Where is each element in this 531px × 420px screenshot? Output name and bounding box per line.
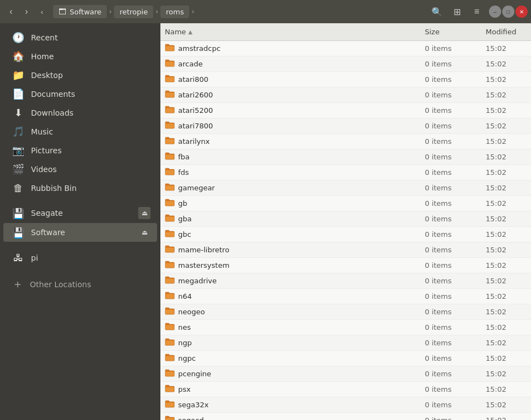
table-row[interactable]: gb 0 items 15:02 bbox=[160, 196, 531, 211]
close-button[interactable]: ✕ bbox=[516, 6, 528, 18]
file-name-cell: gamegear bbox=[160, 183, 420, 194]
file-size-cell: 0 items bbox=[420, 215, 481, 223]
table-row[interactable]: fds 0 items 15:02 bbox=[160, 165, 531, 180]
table-row[interactable]: pcengine 0 items 15:02 bbox=[160, 366, 531, 382]
home-icon: 🏠 bbox=[12, 50, 24, 62]
table-row[interactable]: n64 0 items 15:02 bbox=[160, 289, 531, 304]
sidebar-item-rubbish[interactable]: 🗑 Rubbish Bin bbox=[3, 179, 157, 197]
file-name-label: n64 bbox=[178, 292, 192, 300]
file-header: Name ▲ Size Modified bbox=[160, 23, 531, 41]
menu-button[interactable]: ≡ bbox=[468, 3, 486, 20]
sidebar-item-desktop[interactable]: 📁 Desktop bbox=[3, 66, 157, 84]
maximize-button[interactable]: □ bbox=[502, 6, 514, 18]
sidebar-item-documents[interactable]: 📄 Documents bbox=[3, 85, 157, 103]
forward-button[interactable]: › bbox=[19, 4, 34, 19]
table-row[interactable]: segacd 0 items 15:02 bbox=[160, 413, 531, 420]
breadcrumb-retropie-label: retropie bbox=[119, 8, 148, 16]
breadcrumb-retropie[interactable]: retropie bbox=[114, 6, 153, 18]
table-row[interactable]: gbc 0 items 15:02 bbox=[160, 227, 531, 242]
sidebar-label-downloads: Downloads bbox=[31, 108, 150, 117]
file-modified-cell: 15:02 bbox=[481, 168, 531, 177]
table-row[interactable]: sega32x 0 items 15:02 bbox=[160, 397, 531, 413]
file-size-cell: 0 items bbox=[420, 323, 481, 331]
breadcrumb-roms[interactable]: roms bbox=[160, 6, 189, 18]
sidebar-item-home[interactable]: 🏠 Home bbox=[3, 47, 157, 65]
software-drive-icon: 💾 bbox=[12, 227, 24, 238]
table-row[interactable]: arcade 0 items 15:02 bbox=[160, 56, 531, 72]
table-row[interactable]: atari5200 0 items 15:02 bbox=[160, 103, 531, 118]
table-row[interactable]: neogeo 0 items 15:02 bbox=[160, 304, 531, 320]
table-row[interactable]: atarilynx 0 items 15:02 bbox=[160, 134, 531, 149]
search-button[interactable]: 🔍 bbox=[428, 3, 446, 20]
view-toggle-button[interactable]: ⊞ bbox=[448, 3, 466, 20]
file-name-cell: neogeo bbox=[160, 307, 420, 318]
file-name-label: ngpc bbox=[178, 354, 196, 362]
file-name-label: gb bbox=[178, 199, 188, 208]
table-row[interactable]: psx 0 items 15:02 bbox=[160, 382, 531, 397]
file-name-cell: atari7800 bbox=[160, 121, 420, 132]
table-row[interactable]: gba 0 items 15:02 bbox=[160, 211, 531, 227]
file-list: amstradcpc 0 items 15:02 arcade 0 items … bbox=[160, 41, 531, 420]
folder-icon bbox=[165, 260, 175, 271]
sidebar-item-music[interactable]: 🎵 Music bbox=[3, 122, 157, 141]
folder-icon bbox=[165, 384, 175, 395]
folder-icon bbox=[165, 276, 175, 287]
table-row[interactable]: mame-libretro 0 items 15:02 bbox=[160, 242, 531, 258]
file-name-label: atari2600 bbox=[178, 91, 213, 99]
sidebar-item-pictures[interactable]: 📷 Pictures bbox=[3, 141, 157, 159]
table-row[interactable]: atari2600 0 items 15:02 bbox=[160, 87, 531, 103]
file-name-label: atarilynx bbox=[178, 137, 210, 146]
software-eject-button[interactable]: ⏏ bbox=[138, 226, 150, 238]
sidebar: 🕐 Recent 🏠 Home 📁 Desktop 📄 Documents ⬇ … bbox=[0, 23, 160, 420]
sidebar-label-pictures: Pictures bbox=[31, 146, 150, 155]
sidebar-item-downloads[interactable]: ⬇ Downloads bbox=[3, 103, 157, 122]
sidebar-label-pi: pi bbox=[31, 253, 150, 262]
file-modified-cell: 15:02 bbox=[481, 199, 531, 208]
breadcrumb-software[interactable]: 🗔 Software bbox=[53, 5, 107, 18]
sidebar-item-software[interactable]: 💾 Software ⏏ bbox=[3, 223, 157, 242]
file-modified-cell: 15:02 bbox=[481, 354, 531, 362]
sidebar-label-videos: Videos bbox=[31, 165, 150, 174]
file-modified-cell: 15:02 bbox=[481, 184, 531, 192]
folder-icon bbox=[165, 105, 175, 116]
sidebar-label-documents: Documents bbox=[31, 90, 150, 98]
file-modified-cell: 15:02 bbox=[481, 246, 531, 254]
window-controls: – □ ✕ bbox=[489, 6, 528, 18]
sidebar-item-seagate[interactable]: 💾 Seagate ⏏ bbox=[3, 204, 157, 222]
file-modified-cell: 15:02 bbox=[481, 401, 531, 409]
folder-icon bbox=[165, 121, 175, 132]
table-row[interactable]: atari800 0 items 15:02 bbox=[160, 72, 531, 87]
table-row[interactable]: ngpc 0 items 15:02 bbox=[160, 351, 531, 366]
column-modified-header[interactable]: Modified bbox=[481, 28, 531, 36]
back-button[interactable]: ‹ bbox=[3, 4, 19, 19]
rubbish-icon: 🗑 bbox=[12, 182, 24, 194]
file-name-cell: ngpc bbox=[160, 353, 420, 364]
desktop-icon: 📁 bbox=[12, 69, 24, 81]
sidebar-item-recent[interactable]: 🕐 Recent bbox=[3, 28, 157, 46]
sidebar-item-other-locations[interactable]: ＋ Other Locations bbox=[3, 273, 157, 295]
file-modified-cell: 15:02 bbox=[481, 44, 531, 53]
file-modified-cell: 15:02 bbox=[481, 308, 531, 316]
sidebar-item-videos[interactable]: 🎬 Videos bbox=[3, 160, 157, 178]
sidebar-item-pi[interactable]: 🖧 pi bbox=[3, 248, 157, 267]
seagate-eject-button[interactable]: ⏏ bbox=[138, 207, 150, 219]
table-row[interactable]: ngp 0 items 15:02 bbox=[160, 335, 531, 351]
table-row[interactable]: amstradcpc 0 items 15:02 bbox=[160, 41, 531, 56]
file-modified-cell: 15:02 bbox=[481, 292, 531, 300]
table-row[interactable]: atari7800 0 items 15:02 bbox=[160, 118, 531, 134]
column-name-header[interactable]: Name ▲ bbox=[160, 28, 420, 36]
file-size-cell: 0 items bbox=[420, 246, 481, 254]
table-row[interactable]: gamegear 0 items 15:02 bbox=[160, 180, 531, 196]
file-name-label: psx bbox=[178, 385, 191, 393]
table-row[interactable]: megadrive 0 items 15:02 bbox=[160, 273, 531, 289]
file-size-cell: 0 items bbox=[420, 60, 481, 68]
folder-icon bbox=[165, 307, 175, 318]
table-row[interactable]: nes 0 items 15:02 bbox=[160, 320, 531, 335]
table-row[interactable]: mastersystem 0 items 15:02 bbox=[160, 258, 531, 273]
up-button[interactable]: ‹ bbox=[34, 4, 50, 19]
minimize-button[interactable]: – bbox=[489, 6, 501, 18]
column-size-header[interactable]: Size bbox=[420, 28, 481, 36]
sort-arrow: ▲ bbox=[188, 29, 192, 35]
file-size-cell: 0 items bbox=[420, 122, 481, 130]
table-row[interactable]: fba 0 items 15:02 bbox=[160, 149, 531, 165]
